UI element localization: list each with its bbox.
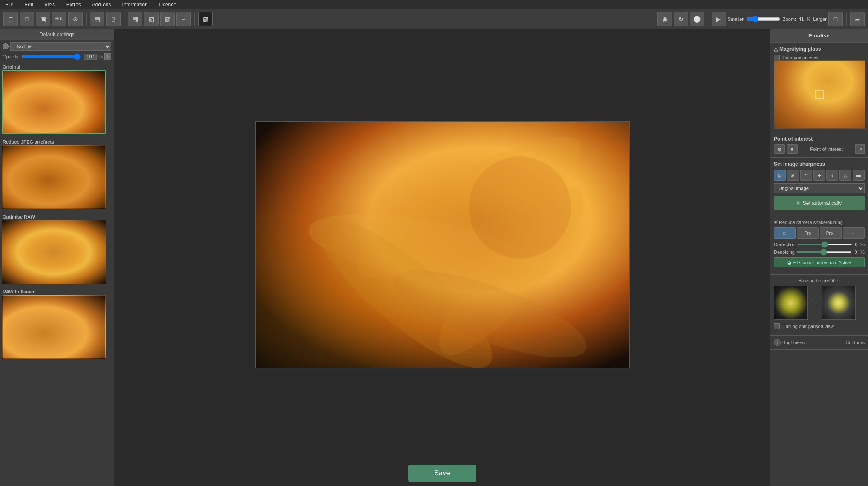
- poi-label: Point of interest: [799, 147, 854, 152]
- hd-protection-btn[interactable]: ◕ HD colour protection: Active: [774, 257, 865, 267]
- opacity-add-btn[interactable]: +: [104, 53, 111, 60]
- toolbar-straighten-btn[interactable]: ▧: [144, 12, 159, 26]
- cs-btn-inf[interactable]: ∞: [843, 227, 865, 239]
- poi-row: ◍ ■ Point of interest ↗: [774, 144, 865, 154]
- filter-row: - No filter -: [0, 40, 114, 52]
- brightness-label: Brightness: [782, 340, 844, 345]
- blur-after-thumb: [822, 286, 856, 320]
- sharp-icon-6[interactable]: ▬: [853, 170, 865, 181]
- poi-square-btn[interactable]: ■: [787, 144, 798, 154]
- toolbar-export-btn[interactable]: ▶: [712, 12, 726, 26]
- toolbar-rotate-btn[interactable]: ▨: [160, 12, 175, 26]
- toolbar-copy-btn[interactable]: ▣: [36, 12, 50, 26]
- poi-section: Point of interest ◍ ■ Point of interest …: [770, 132, 868, 158]
- cs-btn-pro[interactable]: Pro: [797, 227, 819, 239]
- menu-edit[interactable]: Edit: [23, 1, 35, 9]
- brightness-contours-row: i Brightness Contours: [774, 339, 865, 346]
- preset-original-thumb[interactable]: [2, 70, 106, 134]
- cs-btn-0[interactable]: □: [774, 227, 796, 239]
- blur-comparison-label: Blurring comparison view: [781, 324, 834, 329]
- toolbar-open-btn[interactable]: □: [20, 12, 34, 26]
- magnify-preview: [774, 60, 865, 129]
- opacity-slider[interactable]: [22, 53, 81, 60]
- zoom-slider[interactable]: [746, 16, 780, 23]
- toolbar-flip-btn[interactable]: ↔: [176, 12, 191, 26]
- preset-raw-item[interactable]: [2, 220, 112, 284]
- comparison-view-row: Comparison view: [774, 55, 865, 60]
- blur-comparison-checkbox[interactable]: [774, 323, 780, 329]
- toolbar-hdr-btn[interactable]: HDR: [52, 12, 66, 26]
- poi-target-btn[interactable]: ◍: [774, 144, 785, 154]
- magnify-crosshair: [815, 90, 824, 99]
- blur-arrow: →: [811, 299, 818, 307]
- denoising-value: 0: [853, 250, 859, 255]
- sharp-icon-0[interactable]: ▤: [774, 170, 786, 181]
- center-area: Save: [114, 29, 770, 486]
- sidebar-header: Default settings: [0, 29, 114, 40]
- preset-original-label: Original: [2, 63, 112, 70]
- toolbar-fit-btn[interactable]: □: [828, 12, 843, 26]
- sharp-icon-2[interactable]: 〜: [800, 170, 812, 181]
- filter-circle-icon: [3, 43, 9, 49]
- preset-raw-thumb[interactable]: [2, 220, 106, 284]
- save-bar: Save: [114, 460, 770, 486]
- info-icon[interactable]: i: [774, 339, 781, 346]
- toolbar-sep-5: [846, 13, 847, 26]
- toolbar-preview-btn[interactable]: ◉: [657, 12, 672, 26]
- finalise-header: Finalise: [770, 29, 868, 43]
- camera-shake-header: ◈ Reduce camera shake/blurring: [774, 219, 865, 225]
- menu-addons[interactable]: Add-ons: [90, 1, 113, 9]
- menu-extras[interactable]: Extras: [65, 1, 83, 9]
- toolbar-sep-2: [124, 13, 124, 26]
- sharpness-dropdown[interactable]: Original image: [774, 183, 865, 193]
- save-button[interactable]: Save: [408, 465, 476, 482]
- toolbar-save-btn[interactable]: ▤: [90, 12, 104, 26]
- preset-rawbril-item[interactable]: [2, 295, 112, 359]
- sharp-icon-3[interactable]: ◆: [813, 170, 825, 181]
- menu-file[interactable]: File: [3, 1, 15, 9]
- toolbar-bell-btn[interactable]: ⚌: [850, 12, 865, 26]
- sharpness-section: Set image sharpness ▤ ◉ 〜 ◆ ⇣ △ ▬ Origin…: [770, 158, 868, 216]
- preset-rawbril-thumb[interactable]: [2, 295, 106, 359]
- toolbar-histogram-btn[interactable]: ▩: [198, 12, 213, 26]
- comparison-view-checkbox[interactable]: [774, 55, 780, 60]
- opacity-value-input[interactable]: [84, 54, 97, 60]
- denoising-label: Denoising: [774, 250, 795, 255]
- camera-shake-section: ◈ Reduce camera shake/blurring □ Pro Pro…: [770, 216, 868, 275]
- preset-original-item[interactable]: [2, 70, 112, 134]
- correction-slider[interactable]: [797, 244, 852, 245]
- sharpness-title: Set image sharpness: [774, 161, 865, 167]
- preset-jpeg-thumb[interactable]: [2, 145, 106, 209]
- sharp-icon-1[interactable]: ◉: [787, 170, 799, 181]
- camera-shake-icons: □ Pro Pro+ ∞: [774, 227, 865, 239]
- left-sidebar: Default settings - No filter - Opacity %…: [0, 29, 114, 486]
- preset-jpeg-item[interactable]: [2, 145, 112, 209]
- magnifying-glass-section: △ Magnifying glass Comparison view: [770, 43, 868, 132]
- toolbar-refresh-btn[interactable]: ↻: [674, 12, 688, 26]
- filter-select[interactable]: - No filter -: [10, 42, 111, 51]
- menubar: File Edit View Extras Add-ons Informatio…: [0, 0, 868, 9]
- toolbar-print-btn[interactable]: ⎙: [106, 12, 121, 26]
- poi-export-btn[interactable]: ↗: [855, 144, 865, 154]
- set-automatically-button[interactable]: Set automatically: [774, 196, 865, 210]
- main-layout: Default settings - No filter - Opacity %…: [0, 29, 868, 486]
- menu-licence[interactable]: Licence: [157, 1, 178, 9]
- denoising-slider[interactable]: [796, 251, 851, 253]
- menu-view[interactable]: View: [43, 1, 57, 9]
- blurring-title: Blurring before/after: [774, 278, 865, 283]
- correction-value: 0: [854, 242, 859, 247]
- magnifying-glass-title: △ Magnifying glass: [774, 46, 865, 52]
- menu-information[interactable]: Information: [121, 1, 150, 9]
- zoom-label: Zoom:: [783, 17, 796, 22]
- toolbar-new-btn[interactable]: ▢: [3, 12, 18, 26]
- preset-rawbril-label: RAW brilliance: [2, 288, 112, 295]
- denoising-unit: %: [860, 250, 865, 255]
- toolbar-layers-btn[interactable]: ⊛: [68, 12, 83, 26]
- sharp-icon-4[interactable]: ⇣: [826, 170, 838, 181]
- cs-btn-proplus[interactable]: Pro+: [820, 227, 842, 239]
- toolbar-crop-btn[interactable]: ▦: [128, 12, 142, 26]
- denoising-slider-row: Denoising 0 %: [774, 250, 865, 255]
- toolbar-settings-btn[interactable]: ⚪: [690, 12, 704, 26]
- sharp-icon-5[interactable]: △: [839, 170, 851, 181]
- toolbar-sep-3: [194, 13, 195, 26]
